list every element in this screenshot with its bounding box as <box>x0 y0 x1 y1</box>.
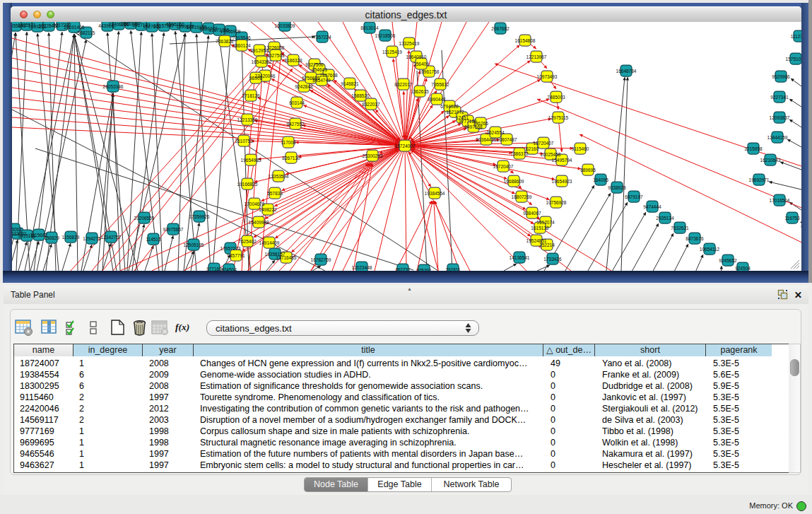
svg-text:26053346: 26053346 <box>103 84 124 89</box>
svg-text:2867608: 2867608 <box>319 73 338 78</box>
svg-text:1610753: 1610753 <box>235 139 253 144</box>
svg-text:17016504: 17016504 <box>770 198 790 203</box>
svg-text:12505195: 12505195 <box>184 243 204 247</box>
svg-text:164095: 164095 <box>593 177 608 182</box>
svg-text:8267130: 8267130 <box>282 156 300 160</box>
svg-text:13716485: 13716485 <box>276 255 297 260</box>
svg-text:12093837: 12093837 <box>770 115 790 120</box>
svg-text:17359926: 17359926 <box>189 214 210 219</box>
svg-text:1615132: 1615132 <box>531 226 549 230</box>
svg-text:557833: 557833 <box>267 191 283 196</box>
svg-text:875201: 875201 <box>416 268 432 271</box>
svg-text:20364436: 20364436 <box>476 137 497 142</box>
svg-text:16648784: 16648784 <box>616 69 637 74</box>
svg-text:6879197: 6879197 <box>625 194 643 199</box>
svg-text:924504: 924504 <box>221 267 237 271</box>
svg-text:10973493: 10973493 <box>537 74 558 79</box>
svg-text:2087682: 2087682 <box>491 26 510 31</box>
svg-text:7515546: 7515546 <box>233 35 251 40</box>
svg-text:10756928: 10756928 <box>546 200 567 205</box>
svg-text:9242848: 9242848 <box>295 84 313 89</box>
svg-text:19692971: 19692971 <box>749 177 770 182</box>
svg-text:18807269: 18807269 <box>512 194 532 199</box>
svg-text:7955812: 7955812 <box>431 82 449 87</box>
svg-text:1156829: 1156829 <box>62 235 80 240</box>
svg-text:7625402: 7625402 <box>238 239 257 244</box>
svg-text:13226058: 13226058 <box>264 45 285 50</box>
svg-text:1294275: 1294275 <box>83 236 101 241</box>
svg-text:15720407: 15720407 <box>493 164 514 169</box>
svg-text:9338928: 9338928 <box>608 185 626 190</box>
svg-text:1498222: 1498222 <box>259 207 277 212</box>
svg-text:16961758: 16961758 <box>419 69 440 74</box>
svg-text:8322037: 8322037 <box>362 102 380 107</box>
svg-text:20691406: 20691406 <box>64 25 85 30</box>
svg-text:10688609: 10688609 <box>504 179 524 184</box>
svg-text:1733426: 1733426 <box>543 257 562 262</box>
svg-text:18640910: 18640910 <box>406 54 427 59</box>
svg-text:2935134: 2935134 <box>656 216 674 221</box>
svg-text:10807487: 10807487 <box>497 137 517 142</box>
svg-text:98908: 98908 <box>249 76 262 81</box>
svg-text:1588520: 1588520 <box>351 93 370 98</box>
svg-text:3624554: 3624554 <box>486 130 505 135</box>
svg-text:10025458: 10025458 <box>541 152 561 157</box>
svg-text:62160: 62160 <box>526 146 539 151</box>
svg-text:9146821: 9146821 <box>341 81 359 86</box>
svg-text:19654923: 19654923 <box>552 179 572 184</box>
svg-text:12444159: 12444159 <box>767 135 788 140</box>
svg-text:746266: 746266 <box>473 121 488 126</box>
svg-text:1612074: 1612074 <box>536 220 555 225</box>
svg-text:13325419: 13325419 <box>399 41 420 46</box>
svg-text:12213369: 12213369 <box>237 117 258 122</box>
svg-text:2718126: 2718126 <box>242 93 260 98</box>
svg-text:16782759: 16782759 <box>311 257 331 262</box>
svg-text:10654112: 10654112 <box>700 247 720 252</box>
svg-text:8186328: 8186328 <box>284 58 302 63</box>
svg-text:9327506: 9327506 <box>305 62 324 67</box>
svg-text:1362615: 1362615 <box>411 89 429 94</box>
svg-text:12975115: 12975115 <box>548 115 569 120</box>
svg-text:19384554: 19384554 <box>425 191 445 196</box>
svg-text:252214: 252214 <box>539 243 555 247</box>
svg-text:12213967: 12213967 <box>526 54 547 59</box>
svg-text:9227341: 9227341 <box>770 95 789 100</box>
svg-text:7632621: 7632621 <box>671 226 689 230</box>
svg-text:8813014: 8813014 <box>360 25 379 30</box>
svg-text:18724007: 18724007 <box>395 144 416 148</box>
svg-text:9529966: 9529966 <box>772 74 790 79</box>
svg-text:12023448: 12023448 <box>352 265 372 270</box>
svg-text:1112734: 1112734 <box>791 34 801 39</box>
svg-text:8322017: 8322017 <box>394 82 413 87</box>
svg-text:1621072: 1621072 <box>446 110 464 115</box>
svg-text:19218506: 19218506 <box>375 33 396 38</box>
svg-text:15409948: 15409948 <box>249 220 269 225</box>
svg-text:16210643: 16210643 <box>760 158 781 163</box>
svg-text:17004676: 17004676 <box>245 201 265 206</box>
svg-text:114513: 114513 <box>146 237 161 242</box>
svg-text:93975857: 93975857 <box>163 227 184 232</box>
svg-text:7357224: 7357224 <box>313 35 331 40</box>
svg-text:3215958: 3215958 <box>744 146 763 151</box>
svg-text:14914409: 14914409 <box>259 240 280 245</box>
svg-text:15720407: 15720407 <box>534 141 554 146</box>
svg-text:14136541: 14136541 <box>510 255 530 260</box>
svg-text:13353594: 13353594 <box>269 174 289 179</box>
svg-text:162231: 162231 <box>395 267 411 271</box>
svg-text:116753: 116753 <box>784 216 800 221</box>
svg-text:9384067: 9384067 <box>523 211 541 216</box>
svg-text:9115460: 9115460 <box>572 146 589 151</box>
svg-text:17957273: 17957273 <box>220 246 241 251</box>
svg-text:15495794: 15495794 <box>552 158 572 163</box>
svg-text:154643: 154643 <box>312 67 327 72</box>
svg-text:156409: 156409 <box>413 62 429 66</box>
svg-text:8454749: 8454749 <box>312 78 331 83</box>
svg-text:6794028: 6794028 <box>440 104 459 109</box>
svg-text:11125419: 11125419 <box>382 49 402 54</box>
svg-text:15751074: 15751074 <box>786 57 801 62</box>
svg-text:9474444: 9474444 <box>643 204 661 209</box>
svg-text:16154808: 16154808 <box>515 38 536 43</box>
svg-text:9860124: 9860124 <box>233 43 251 48</box>
svg-text:17956909: 17956909 <box>220 29 241 34</box>
svg-text:292811: 292811 <box>445 267 461 271</box>
